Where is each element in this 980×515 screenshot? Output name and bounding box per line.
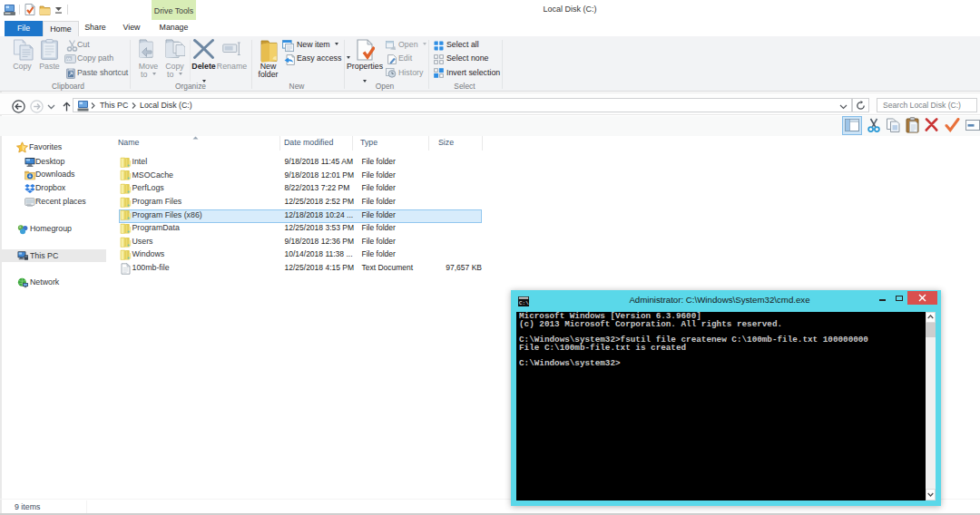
svg-text:C:\: C:\ <box>519 300 529 306</box>
